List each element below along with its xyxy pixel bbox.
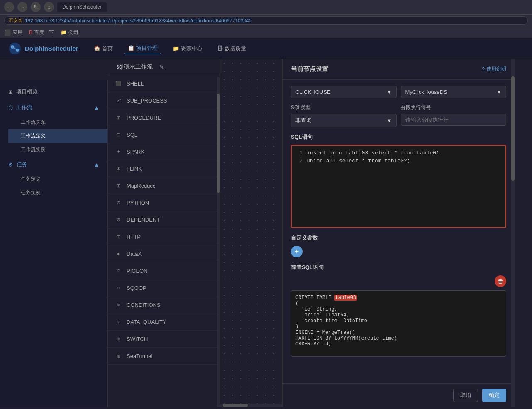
project-icon: 📋: [128, 45, 134, 51]
http-icon: ⊡: [114, 233, 122, 241]
task-item-sqoop[interactable]: ○ SQOOP: [108, 279, 220, 296]
delimiter-label: 分段执行符号: [401, 104, 507, 111]
logo-text: DolphinScheduler: [25, 45, 78, 52]
pre-sql-editor[interactable]: CREATE TABLE table03 ( `id` String, `pri…: [291, 290, 506, 357]
nav-data-quality[interactable]: 🗄 数据质量: [214, 43, 249, 54]
sidebar-item-workflow-instance[interactable]: 工作流实例: [8, 143, 107, 157]
shell-icon: ⬛: [114, 79, 122, 88]
python-icon: ⊙: [114, 198, 122, 207]
sql-line-num-1: 1: [296, 150, 303, 156]
custom-params-label: 自定义参数: [291, 234, 506, 242]
resource-icon: 📁: [173, 45, 179, 51]
seatunnel-icon: ⊛: [114, 352, 122, 360]
cancel-button[interactable]: 取消: [453, 389, 478, 402]
panel-title: 当前节点设置: [291, 65, 328, 73]
help-icon: ?: [482, 66, 485, 72]
settings-icon: ⚙: [8, 162, 13, 168]
home-icon: 🏠: [94, 45, 100, 51]
switch-icon: ⊠: [114, 335, 122, 343]
task-item-pigeon[interactable]: ⊙ PIGEON: [108, 262, 220, 279]
add-param-button[interactable]: +: [291, 246, 303, 257]
task-item-conditions[interactable]: ⊛ CONDITIONS: [108, 296, 220, 313]
chevron-up-icon-2: ▲: [94, 162, 99, 168]
bookmark-baidu[interactable]: B 百度一下: [29, 29, 54, 36]
flink-icon: ⊕: [114, 164, 122, 173]
db-source-select[interactable]: MyClickHouseDS ▼: [401, 86, 507, 98]
task-item-switch[interactable]: ⊠ SWITCH: [108, 331, 220, 348]
delete-pre-sql-button[interactable]: 🗑: [495, 275, 506, 287]
pigeon-icon: ⊙: [114, 267, 122, 275]
sidebar-section-workflow[interactable]: ⬡ 工作流 ▲: [0, 100, 107, 115]
delimiter-input[interactable]: [401, 114, 507, 126]
address-url: 192.168.5.53:12345/dolphinscheduler/ui/p…: [25, 18, 251, 24]
confirm-button[interactable]: 确定: [482, 389, 506, 402]
grid-icon: ⊞: [8, 89, 13, 95]
dropdown-icon-3: ▼: [387, 118, 392, 124]
security-warning: 不安全: [9, 17, 22, 24]
nav-refresh[interactable]: ↻: [31, 2, 41, 12]
mapreduce-icon: ⊞: [114, 181, 122, 190]
sql-line-content-2: union all select * from table02;: [307, 158, 410, 164]
sql-type-label: SQL类型: [291, 104, 397, 111]
task-item-data-quality[interactable]: ⊙ DATA_QUALITY: [108, 313, 220, 331]
sql-label: SQL语句: [291, 133, 506, 141]
task-item-http[interactable]: ⊡ HTTP: [108, 228, 220, 245]
edit-icon[interactable]: ✎: [159, 64, 164, 70]
task-item-subprocess[interactable]: ⎇ SUB_PROCESS: [108, 92, 220, 109]
spark-icon: ✦: [114, 147, 122, 156]
nav-forward[interactable]: →: [17, 2, 27, 12]
task-item-datax[interactable]: ● DataX: [108, 245, 220, 262]
task-item-sql[interactable]: ⊟ SQL: [108, 126, 220, 143]
sidebar-item-workflow-relation[interactable]: 工作流关系: [8, 115, 107, 129]
chevron-up-icon: ▲: [94, 105, 99, 111]
task-item-dependent[interactable]: ⊗ DEPENDENT: [108, 211, 220, 228]
subprocess-icon: ⎇: [114, 96, 122, 105]
conditions-icon: ⊛: [114, 301, 122, 309]
pre-sql-highlight: table03: [334, 295, 357, 301]
pre-sql-label: 前置SQL语句: [291, 264, 506, 271]
sidebar-item-task-definition[interactable]: 任务定义: [8, 172, 107, 186]
nav-back[interactable]: ←: [4, 2, 14, 12]
sql-line-num-2: 2: [296, 158, 303, 164]
bookmark-apps[interactable]: ⬛ 应用: [4, 29, 22, 36]
task-item-seatunnel[interactable]: ⊛ SeaTunnel: [108, 348, 220, 365]
nav-resource[interactable]: 📁 资源中心: [169, 43, 206, 54]
task-item-spark[interactable]: ✦ SPARK: [108, 143, 220, 160]
sqoop-icon: ○: [114, 284, 122, 292]
db-type-select[interactable]: CLICKHOUSE ▼: [291, 86, 397, 98]
task-item-python[interactable]: ⊙ PYTHON: [108, 194, 220, 211]
sql-icon: ⊟: [114, 130, 122, 139]
datax-icon: ●: [114, 250, 122, 258]
dropdown-icon-2: ▼: [496, 89, 502, 95]
task-item-mapreduce[interactable]: ⊞ MapReduce: [108, 177, 220, 194]
procedure-icon: ⊞: [114, 113, 122, 122]
task-item-shell[interactable]: ⬛ SHELL: [108, 75, 220, 92]
dependent-icon: ⊗: [114, 216, 122, 224]
sql-editor[interactable]: 1 insert into table03 select * from tabl…: [291, 145, 506, 228]
nav-home[interactable]: ⌂: [44, 2, 54, 12]
task-item-flink[interactable]: ⊕ FLINK: [108, 160, 220, 177]
browser-tab[interactable]: DolphinScheduler: [57, 2, 107, 12]
bookmark-company[interactable]: 📁 公司: [61, 29, 78, 36]
sidebar-section-task[interactable]: ⚙ 任务 ▲: [0, 157, 107, 172]
nav-home[interactable]: 🏠 首页: [90, 43, 116, 54]
sql-line-content-1: insert into table03 select * from table0…: [307, 150, 439, 156]
logo-icon: [8, 42, 22, 55]
sidebar-item-overview[interactable]: ⊞ 项目概览: [0, 84, 107, 100]
sidebar-item-workflow-definition[interactable]: 工作流定义: [8, 129, 107, 143]
workflow-title: sql演示工作流: [116, 63, 153, 71]
data-icon: 🗄: [217, 45, 223, 51]
quality-icon: ⊙: [114, 318, 122, 326]
sidebar-item-task-instance[interactable]: 任务实例: [8, 186, 107, 200]
task-item-procedure[interactable]: ⊞ PROCEDURE: [108, 109, 220, 126]
dropdown-icon: ▼: [387, 89, 392, 95]
workflow-icon: ⬡: [8, 105, 13, 111]
help-link[interactable]: ? 使用说明: [482, 66, 506, 73]
nav-project[interactable]: 📋 项目管理: [124, 43, 161, 54]
sql-type-select[interactable]: 非查询 ▼: [291, 114, 397, 127]
